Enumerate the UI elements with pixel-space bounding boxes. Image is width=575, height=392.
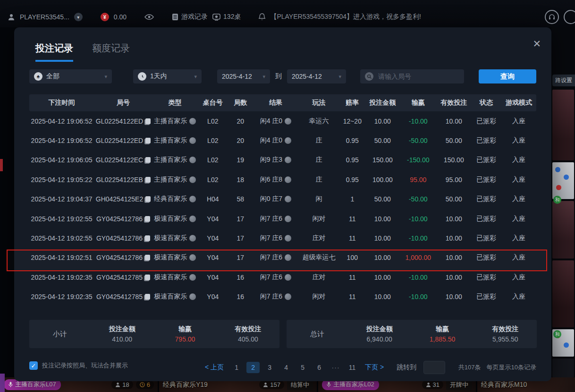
copy-icon[interactable] [145, 118, 151, 124]
date-from-picker[interactable]: 2025-4-12 ▾ [217, 69, 270, 83]
type-info-icon[interactable] [189, 274, 196, 281]
col-header: 游戏模式 [501, 99, 536, 107]
table-row: 2025-04-12 19:02:55 GY0425412786 极速百家乐 Y… [29, 209, 536, 228]
summary-winloss-value: 1,885.50 [411, 335, 474, 343]
copy-icon[interactable] [145, 177, 151, 183]
summary-bet-value: 6,940.00 [348, 335, 411, 343]
summary-bet-label: 投注金额 [348, 325, 411, 334]
type-info-icon[interactable] [189, 235, 196, 242]
road-bead [556, 185, 561, 190]
merge-checkbox[interactable]: ✓ [29, 361, 38, 370]
records-info: 共107条 每页显示10条记录 [458, 363, 536, 372]
road-bead [555, 167, 560, 172]
table-row: 2025-04-12 19:06:05 GL02254122EC 主播百家乐 L… [29, 150, 536, 170]
status: 已派彩 [471, 234, 501, 242]
tables-count-link[interactable]: 132桌 [212, 13, 241, 21]
type-info-icon[interactable] [189, 293, 196, 300]
round-number: 20 [228, 137, 253, 144]
page-number[interactable]: 4 [279, 362, 293, 373]
background-sliver [0, 374, 5, 392]
summary-winloss-label: 输赢 [411, 325, 474, 334]
round-number: 16 [228, 293, 253, 300]
page-number[interactable]: 5 [296, 362, 309, 373]
copy-icon[interactable] [145, 235, 150, 241]
page-number[interactable]: 1 [230, 362, 243, 373]
spade-icon: ♠ [34, 72, 42, 81]
person-icon [426, 382, 431, 387]
person-icon [263, 382, 268, 387]
result-detail-icon[interactable] [285, 157, 291, 163]
time-range-select[interactable]: 1天内 ▾ [133, 69, 202, 83]
type-info-icon[interactable] [189, 137, 196, 144]
result-detail-icon[interactable] [285, 274, 291, 281]
result-detail-icon[interactable] [285, 118, 291, 125]
viewers-badge: 18 [111, 380, 133, 389]
username[interactable]: PLAYER53545... [20, 13, 69, 21]
type-info-icon[interactable] [189, 157, 196, 163]
announcement-marquee: 【PLAYER535455397504】进入游戏，祝多多盈利! [270, 13, 421, 21]
col-header: 局号 [94, 99, 152, 107]
page-number[interactable]: 3 [263, 362, 276, 373]
type-info-icon[interactable] [189, 216, 196, 222]
viewers-badge: 31 [422, 380, 443, 389]
game-records-link[interactable]: 游戏记录 [172, 13, 208, 21]
tab[interactable]: 额度记录 [92, 42, 130, 62]
per-page-info: 每页显示10条记录 [487, 363, 536, 372]
type-info-icon[interactable] [189, 176, 196, 183]
type-info-icon[interactable] [189, 196, 196, 202]
result-detail-icon[interactable] [285, 235, 291, 242]
odds: 11 [339, 215, 365, 223]
round-search-input[interactable] [377, 72, 450, 81]
result-detail-icon[interactable] [285, 293, 291, 300]
result-detail-icon[interactable] [285, 176, 291, 183]
page-number[interactable]: ··· [329, 362, 342, 373]
round-result: 闲7 庄6 [253, 234, 298, 242]
tab[interactable]: 投注记录 [35, 42, 73, 62]
result-detail-icon[interactable] [285, 137, 291, 144]
next-page-button[interactable]: 下页 > [365, 363, 384, 372]
background-sliver [0, 159, 3, 171]
customer-service-icon[interactable] [545, 10, 559, 24]
type-info-icon[interactable] [189, 118, 196, 125]
close-icon[interactable]: ✕ [533, 39, 541, 49]
game-type: 极速百家乐 [152, 215, 198, 223]
copy-icon[interactable] [145, 275, 150, 280]
dealer-thumb[interactable] [552, 260, 574, 327]
play-type: 闲对 [298, 292, 339, 301]
result-detail-icon[interactable] [285, 216, 291, 222]
game-type-select[interactable]: ♠ 全部 ▾ [29, 69, 112, 83]
person-icon [115, 382, 120, 387]
copy-icon[interactable] [145, 294, 150, 300]
date-to-picker[interactable]: 2025-4-12 ▾ [287, 69, 346, 83]
road-settings-button[interactable]: 路设置 [552, 75, 575, 86]
odds: 12~20 [339, 117, 365, 125]
page-number[interactable]: 6 [313, 362, 326, 373]
game-mode: 入座 [501, 175, 536, 184]
bell-icon[interactable] [259, 13, 265, 21]
copy-icon[interactable] [145, 138, 151, 143]
eye-icon[interactable] [144, 14, 154, 20]
extra-topbar-icon[interactable] [564, 10, 575, 24]
copy-icon[interactable] [145, 216, 150, 222]
status: 已派彩 [471, 273, 501, 282]
copy-icon[interactable] [145, 157, 151, 163]
game-mode: 入座 [501, 273, 536, 282]
copy-icon[interactable] [145, 196, 151, 202]
page-number[interactable]: 11 [346, 362, 359, 373]
bet-amount: 100.00 [365, 176, 400, 183]
dealer-thumb[interactable] [552, 201, 574, 259]
query-button[interactable]: 查询 [479, 69, 536, 83]
jump-to-input[interactable] [423, 361, 445, 374]
result-detail-icon[interactable] [285, 196, 291, 202]
status: 已派彩 [471, 195, 501, 203]
valid-bet: 50.00 [437, 195, 471, 203]
roadmap-panel[interactable] [552, 162, 574, 199]
odds: 1 [339, 195, 365, 203]
page-number[interactable]: 2 [246, 362, 260, 373]
win-loss: 95.00 [400, 176, 437, 183]
dealer-thumb[interactable] [552, 359, 574, 377]
round-search-box [360, 69, 464, 83]
prev-page-button[interactable]: < 上页 [205, 363, 224, 372]
dealer-thumb[interactable] [552, 90, 574, 160]
user-dropdown-icon[interactable]: ▾ [74, 13, 83, 21]
